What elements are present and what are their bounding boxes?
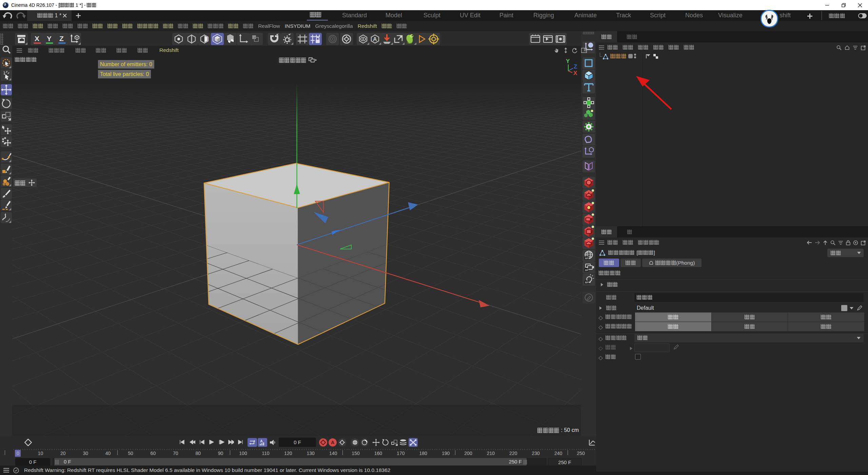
- svg-text:Z: Z: [574, 63, 577, 70]
- svg-text:ST: ST: [585, 257, 589, 260]
- svg-text:ST: ST: [585, 269, 589, 272]
- svg-text:ST: ST: [585, 281, 589, 284]
- svg-text:Z: Z: [59, 35, 64, 42]
- svg-text:X: X: [573, 70, 577, 75]
- svg-text:A: A: [331, 440, 334, 445]
- svg-text:Y: Y: [566, 58, 570, 64]
- svg-text:A: A: [260, 439, 263, 443]
- svg-text:X: X: [35, 35, 39, 42]
- svg-text:Y: Y: [47, 35, 52, 42]
- svg-text:A: A: [373, 36, 377, 42]
